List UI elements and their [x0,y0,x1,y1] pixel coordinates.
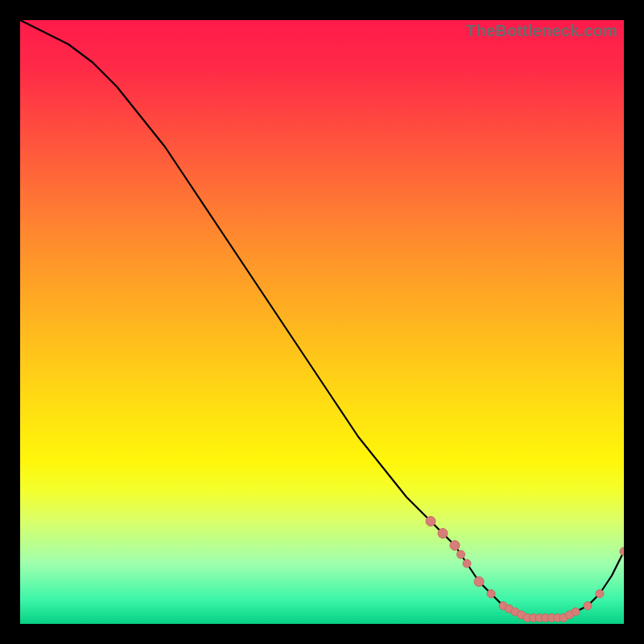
curve-line [20,20,624,618]
curve-marker [620,547,624,555]
curve-marker [572,608,580,616]
chart-overlay-svg [20,20,624,624]
curve-marker [463,559,471,568]
curve-marker [474,577,484,587]
curve-markers [426,517,624,622]
curve-marker [596,590,604,598]
curve-marker [450,541,460,551]
curve-marker [584,602,592,610]
curve-marker [426,517,436,526]
chart-plot-area: TheBottleneck.com [20,20,624,624]
chart-frame: TheBottleneck.com [0,0,644,644]
curve-marker [487,590,495,598]
curve-marker [438,529,448,539]
curve-marker [457,551,465,559]
